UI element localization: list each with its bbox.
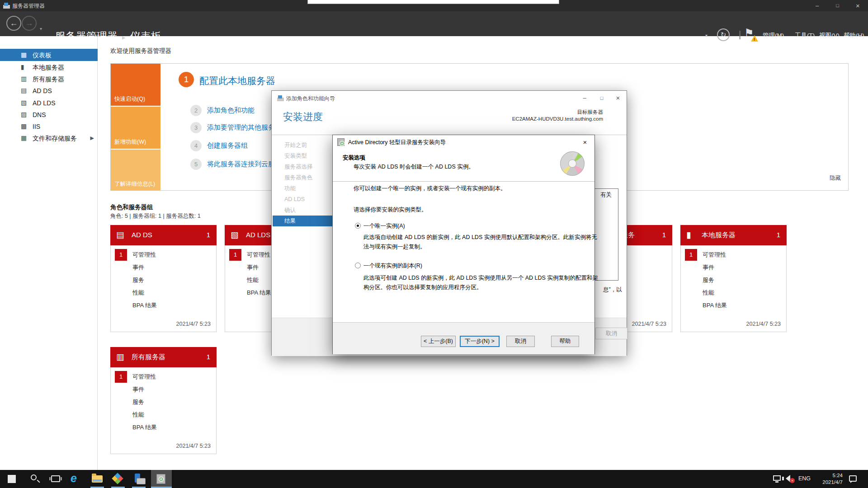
learn-more-block[interactable]: 了解详细信息(L) bbox=[111, 150, 160, 191]
all-servers-icon: ▥ bbox=[116, 352, 127, 362]
step-1-link[interactable]: 配置此本地服务器 bbox=[199, 75, 275, 87]
step-4-link[interactable]: 创建服务器组 bbox=[207, 141, 248, 150]
maximize-button[interactable]: □ bbox=[827, 0, 848, 11]
warning-triangle-icon[interactable]: ! bbox=[751, 35, 758, 42]
ad-ds-icon: ▤ bbox=[21, 87, 27, 94]
network-tray-icon[interactable] bbox=[773, 475, 781, 481]
menu-manage[interactable]: 管理(M) bbox=[763, 32, 784, 40]
tile-count: 1 bbox=[207, 231, 210, 239]
start-button[interactable] bbox=[2, 470, 23, 488]
sidebar-item-ad-ds[interactable]: ▤ AD DS bbox=[0, 84, 98, 97]
tile-count: 1 bbox=[777, 231, 780, 239]
tile-row[interactable]: 1可管理性 bbox=[111, 249, 216, 262]
sidebar-item-dns[interactable]: ▨ DNS bbox=[0, 108, 98, 121]
wizard-target-server: 目标服务器 EC2AMAZ-HUDVD3U.test.authing.com bbox=[512, 109, 603, 122]
search-button[interactable] bbox=[24, 470, 45, 488]
tile-row[interactable]: 服务 bbox=[681, 274, 786, 287]
tile-row[interactable]: BPA 结果 bbox=[681, 300, 786, 312]
close-button[interactable]: × bbox=[848, 0, 868, 11]
tile-local-server-header[interactable]: ▮ 本地服务器 1 bbox=[680, 225, 787, 245]
step-4-circle: 4 bbox=[190, 140, 202, 151]
refresh-button[interactable]: ↻ bbox=[717, 28, 730, 41]
sidebar-item-dashboard[interactable]: ▦ 仪表板 bbox=[0, 49, 98, 61]
local-server-icon: ▮ bbox=[686, 230, 697, 240]
next-button[interactable]: 下一步(N) > bbox=[460, 336, 500, 347]
tile-row[interactable]: 事件 bbox=[681, 262, 786, 274]
radio-replica-instance-label[interactable]: 一个现有实例的副本(R) bbox=[363, 262, 422, 270]
tile-row[interactable]: 性能 bbox=[111, 287, 216, 300]
radio-replica-instance[interactable] bbox=[355, 263, 361, 268]
hide-link[interactable]: 隐藏 bbox=[830, 174, 841, 182]
dialog-close-button[interactable]: × bbox=[577, 137, 593, 148]
tile-all-servers-header[interactable]: ▥ 所有服务器 1 bbox=[110, 347, 217, 367]
sidebar-item-file-storage[interactable]: ▦ 文件和存储服务 ▶ bbox=[0, 132, 98, 144]
cancel-button[interactable]: 取消 bbox=[506, 336, 535, 347]
sidebar-item-iis[interactable]: ▩ IIS bbox=[0, 120, 98, 132]
taskbar-ie[interactable]: e bbox=[66, 470, 87, 488]
clock[interactable]: 5:24 2021/4/7 bbox=[813, 472, 843, 486]
help-button[interactable]: 帮助 bbox=[551, 336, 579, 347]
sidebar-item-all-servers[interactable]: ▥ 所有服务器 bbox=[0, 73, 98, 85]
wizard-step-results[interactable]: 结果 bbox=[273, 216, 337, 226]
taskbar-setup-wizard-active[interactable] bbox=[151, 470, 172, 488]
tile-count: 1 bbox=[662, 231, 666, 239]
action-center-icon[interactable] bbox=[849, 475, 857, 482]
forward-button[interactable]: → bbox=[22, 16, 37, 31]
setup-wizard-icon bbox=[156, 474, 165, 484]
wizard-step-ad-lds: AD LDS bbox=[273, 194, 337, 205]
tile-row[interactable]: BPA 结果 bbox=[111, 422, 216, 434]
tile-row[interactable]: 服务 bbox=[111, 274, 216, 287]
radio-replica-instance-desc: 此选项可创建 AD LDS 的新实例，此 AD LDS 实例使用从另一个 AD … bbox=[363, 273, 601, 292]
notifications-caret-icon[interactable]: ▾ bbox=[705, 33, 708, 38]
task-view-button[interactable] bbox=[45, 470, 66, 488]
screen: 服务器管理器 – □ × ← → ▾ 服务器管理器▸仪表板 ▾ ↻ | ⚑ ! … bbox=[0, 0, 868, 488]
taskbar-file-explorer[interactable] bbox=[87, 470, 108, 488]
menu-help[interactable]: 帮助(H) bbox=[844, 32, 864, 40]
radio-unique-instance-label[interactable]: 一个唯一实例(A) bbox=[363, 222, 405, 230]
step-1-circle: 1 bbox=[179, 72, 194, 87]
tile-timestamp: 2021/4/7 5:23 bbox=[746, 321, 781, 327]
tile-row[interactable]: BPA 结果 bbox=[111, 300, 216, 312]
tile-row[interactable]: 服务 bbox=[111, 396, 216, 409]
step-3-link[interactable]: 添加要管理的其他服务器 bbox=[207, 123, 282, 132]
tile-row[interactable]: 事件 bbox=[111, 262, 216, 274]
wizard-maximize-button[interactable]: □ bbox=[594, 93, 609, 103]
tile-row[interactable]: 事件 bbox=[111, 384, 216, 396]
target-server-value: EC2AMAZ-HUDVD3U.test.authing.com bbox=[512, 116, 603, 122]
expand-arrow-icon[interactable]: ▶ bbox=[90, 135, 94, 141]
sidebar-item-local-server[interactable]: ▮ 本地服务器 bbox=[0, 61, 98, 73]
back-button[interactable]: ← bbox=[6, 16, 21, 31]
taskbar-app-diamond[interactable] bbox=[108, 470, 128, 488]
nav-caret-icon[interactable]: ▾ bbox=[40, 26, 42, 31]
radio-unique-instance-desc: 此选项自动创建 AD LDS 的新实例，此 AD LDS 实例使用默认配置和架构… bbox=[363, 233, 601, 252]
server-manager-icon bbox=[277, 95, 284, 101]
sidebar-item-ad-lds[interactable]: ▧ AD LDS bbox=[0, 97, 98, 109]
wizard-close-button[interactable]: × bbox=[610, 93, 626, 103]
menu-view[interactable]: 视图(V) bbox=[819, 32, 840, 40]
tile-row[interactable]: 性能 bbox=[111, 409, 216, 422]
windows-logo-icon bbox=[8, 475, 16, 483]
app-header: ← → ▾ 服务器管理器▸仪表板 ▾ ↻ | ⚑ ! 管理(M) 工具(T) 视… bbox=[0, 11, 868, 36]
wizard-title: 添加角色和功能向导 bbox=[286, 95, 335, 103]
radio-unique-instance[interactable] bbox=[355, 223, 361, 229]
wizard-minimize-button[interactable]: – bbox=[577, 93, 592, 103]
dns-icon: ▨ bbox=[21, 111, 27, 118]
tile-ad-ds-header[interactable]: ▤ AD DS 1 bbox=[110, 225, 217, 245]
whats-new-block[interactable]: 新增功能(W) bbox=[111, 107, 160, 149]
wizard-cancel-button-disabled: 取消 bbox=[595, 328, 627, 339]
mute-badge-icon: × bbox=[790, 478, 795, 483]
step-5-link[interactable]: 将此服务器连接到云服务 bbox=[207, 160, 282, 169]
tile-row[interactable]: 性能 bbox=[681, 287, 786, 300]
target-server-label: 目标服务器 bbox=[512, 109, 603, 116]
language-indicator[interactable]: ENG bbox=[798, 475, 811, 482]
quickstart-block[interactable]: 快速启动(Q) bbox=[111, 64, 160, 106]
step-2-link[interactable]: 添加角色和功能 bbox=[207, 106, 255, 115]
wizard-steps-nav: 开始之前 安装类型 服务器选择 服务器角色 功能 AD LDS 确认 结果 bbox=[273, 140, 337, 226]
server-manager-taskbar-icon bbox=[135, 474, 140, 483]
menu-tools[interactable]: 工具(T) bbox=[795, 32, 815, 40]
minimize-button[interactable]: – bbox=[807, 0, 827, 11]
tile-row[interactable]: 1可管理性 bbox=[681, 249, 786, 262]
taskbar-server-manager[interactable] bbox=[128, 470, 149, 488]
tile-row[interactable]: 1可管理性 bbox=[111, 371, 216, 384]
back-button[interactable]: < 上一步(B) bbox=[421, 336, 456, 347]
